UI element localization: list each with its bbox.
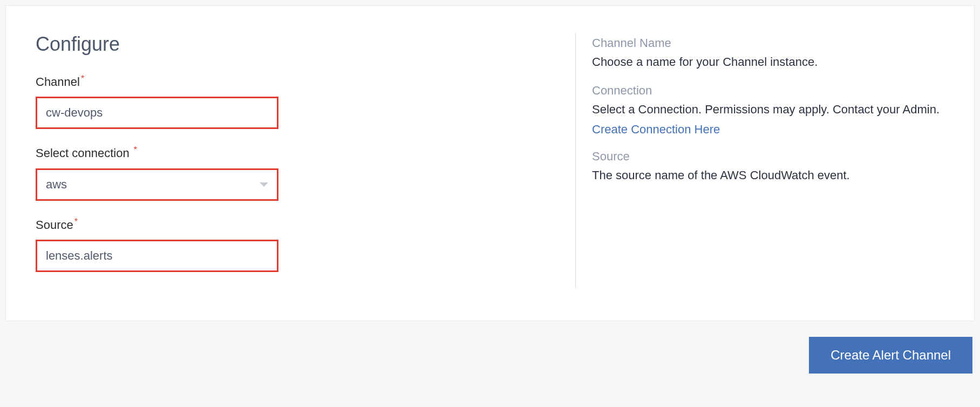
connection-field-group: Select connection * aws	[36, 145, 554, 200]
connection-label-text: Select connection	[36, 147, 130, 160]
help-connection-text: Select a Connection. Permissions may app…	[592, 101, 944, 118]
channel-input[interactable]	[46, 106, 268, 120]
source-input[interactable]	[46, 249, 268, 263]
source-field-group: Source*	[36, 217, 554, 272]
chevron-down-icon	[260, 182, 268, 187]
help-source-text: The source name of the AWS CloudWatch ev…	[592, 167, 944, 184]
channel-field-group: Channel*	[36, 74, 554, 129]
help-connection: Connection Select a Connection. Permissi…	[592, 84, 944, 137]
help-source: Source The source name of the AWS CloudW…	[592, 150, 944, 184]
channel-label-text: Channel	[36, 75, 80, 89]
connection-label: Select connection *	[36, 145, 554, 160]
source-label: Source*	[36, 217, 554, 232]
help-connection-title: Connection	[592, 84, 944, 98]
required-star-icon: *	[81, 74, 84, 83]
help-channel-name-text: Choose a name for your Channel instance.	[592, 53, 944, 71]
create-alert-channel-button[interactable]: Create Alert Channel	[809, 337, 972, 374]
required-star-icon: *	[74, 217, 78, 226]
help-channel-name-title: Channel Name	[592, 36, 944, 50]
channel-label: Channel*	[36, 74, 554, 89]
configure-card: Configure Channel* Select connection * a…	[5, 5, 975, 321]
connection-selected-value: aws	[46, 178, 67, 192]
help-channel-name: Channel Name Choose a name for your Chan…	[592, 36, 944, 71]
form-column: Configure Channel* Select connection * a…	[36, 33, 554, 288]
help-source-title: Source	[592, 150, 944, 164]
help-column: Channel Name Choose a name for your Chan…	[575, 33, 944, 288]
page-title: Configure	[36, 33, 554, 56]
connection-select[interactable]: aws	[36, 168, 278, 201]
create-connection-link[interactable]: Create Connection Here	[592, 123, 720, 137]
source-label-text: Source	[36, 218, 73, 232]
channel-input-wrapper	[36, 97, 278, 129]
required-star-icon: *	[134, 145, 137, 154]
source-input-wrapper	[36, 240, 278, 272]
